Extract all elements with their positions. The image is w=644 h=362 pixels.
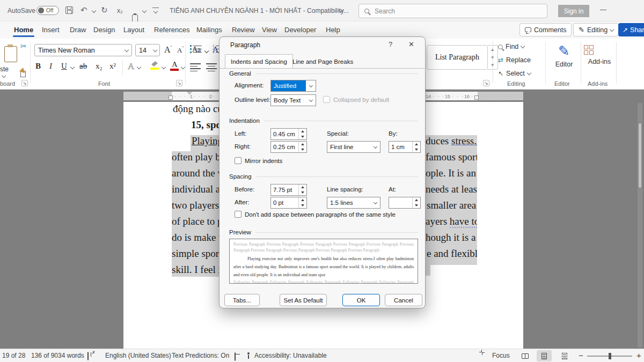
spin-down-icon[interactable] [299,190,306,195]
tab-view[interactable]: View [261,21,278,38]
web-layout-button[interactable] [557,350,572,361]
at-spinner[interactable] [389,197,421,209]
spin-down-icon[interactable] [299,134,306,139]
right-indent-marker[interactable] [474,95,479,100]
spin-up-icon[interactable] [299,184,306,190]
more-commands-icon[interactable] [152,8,159,8]
style-gallery-item[interactable]: List Paragraph [427,45,488,70]
spin-up-icon[interactable] [299,129,306,134]
tab-home[interactable]: Home [13,21,34,38]
paste-qat-icon[interactable] [132,14,138,22]
focus-label[interactable]: Focus [492,352,510,359]
tab-indents-and-spacing[interactable]: Indents and Spacing [225,54,293,68]
page-indicator[interactable]: 19 of 28 [2,352,25,359]
read-mode-button[interactable] [517,350,532,361]
grow-font-button[interactable]: Aˆ [164,45,172,55]
spin-up-icon[interactable] [413,142,420,147]
left-indent-marker[interactable] [169,95,173,100]
dont-add-space-checkbox[interactable] [235,211,241,218]
word-count[interactable]: 136 of 9034 words [31,352,84,359]
font-color-button[interactable]: A [172,60,178,69]
minimize-icon[interactable] [600,10,606,10]
autosave-toggle[interactable]: Off [36,6,59,15]
close-icon[interactable]: ✕ [408,40,414,48]
align-center-icon[interactable] [206,63,217,71]
tab-mailings[interactable]: Mailings [195,21,223,38]
font-name-combo[interactable]: Times New Roman [34,44,132,56]
indent-left-spinner[interactable]: 0.45 cm [270,128,307,140]
spin-up-icon[interactable] [299,197,306,203]
paste-chevron-icon[interactable] [2,73,6,78]
tab-insert[interactable]: Insert [41,21,61,38]
status-window-icon[interactable] [235,353,236,360]
tab-layout[interactable]: Layout [122,21,145,38]
text-predictions-indicator[interactable]: Text Predictions: On [172,352,229,359]
document-text-left[interactable]: động nào cù 15, spo Playing often play b… [172,102,219,349]
tab-references[interactable]: References [153,21,191,38]
tab-help[interactable]: Help [325,21,341,38]
collapsed-by-default-checkbox[interactable] [323,96,330,103]
editing-mode-button[interactable]: ✎ Editing [573,23,619,36]
accessibility-status[interactable]: Accessibility: Unavailable [254,352,327,359]
spacing-before-spinner[interactable]: 7.75 pt [270,184,307,196]
text-effects-button[interactable]: A [128,61,134,72]
alignment-dropdown[interactable]: Justified [270,80,316,92]
subscript-qat-button[interactable]: x₂ [117,7,123,14]
indent-right-spinner[interactable]: 0.25 cm [270,141,307,153]
sign-in-button[interactable]: Sign in [558,5,589,17]
save-icon[interactable] [65,6,73,14]
cancel-button[interactable]: Cancel [385,294,422,306]
zoom-out-button[interactable]: − [579,351,583,360]
special-dropdown[interactable]: First line [327,141,380,153]
print-layout-button[interactable] [537,350,552,361]
tab-draw[interactable]: Draw [69,21,87,38]
select-button[interactable]: ↖ Select [498,70,531,77]
tab-line-and-page-breaks[interactable]: Line and Page Breaks [287,55,358,68]
share-button[interactable]: ↗ Shar [618,23,644,36]
set-as-default-button[interactable]: Set As Default [280,294,327,306]
undo-icon[interactable]: ↶ [80,6,87,14]
paste-icon[interactable] [4,46,17,62]
superscript-button[interactable]: x² [109,62,116,71]
replace-button[interactable]: ⇄ Replace [498,56,531,64]
find-button[interactable]: Find [498,43,524,50]
document-text-right[interactable]: duces stress.I famous sport ople. It is … [426,102,477,349]
subscript-button[interactable]: x₂ [96,62,103,71]
comments-button[interactable]: Comments [519,23,572,36]
spin-up-icon[interactable] [413,197,420,203]
add-ins-button[interactable]: Add-ins [584,43,615,65]
shrink-font-button[interactable]: Aˇ [177,46,184,55]
cut-icon[interactable]: ✂ [20,42,27,50]
strikethrough-button[interactable]: ab [79,62,87,71]
clipboard-dialog-launcher-icon[interactable]: ↘ [21,80,28,86]
help-icon[interactable]: ? [389,40,392,48]
spin-down-icon[interactable] [299,203,306,208]
font-size-combo[interactable]: 14 [135,44,160,56]
spin-down-icon[interactable] [413,203,420,208]
editor-button[interactable]: ✎ Editor [548,43,580,68]
redo-icon[interactable]: ↻ [101,6,108,14]
paste-label[interactable]: ste [0,65,9,73]
language-indicator[interactable]: English (United States) [105,352,171,359]
spin-down-icon[interactable] [299,147,306,152]
bullets-icon[interactable] [190,45,202,53]
highlight-pen-icon[interactable] [151,61,158,67]
line-spacing-dropdown[interactable]: 1.5 lines [327,197,380,209]
by-spinner[interactable]: 1 cm [389,141,421,153]
bold-button[interactable]: B [35,62,41,71]
align-left-icon[interactable] [190,63,201,71]
tab-developer[interactable]: Developer [283,21,317,38]
underline-button[interactable]: U [61,62,67,71]
spacing-after-spinner[interactable]: 0 pt [270,197,307,209]
first-line-indent-marker[interactable] [187,92,192,95]
spin-down-icon[interactable] [413,147,420,152]
tabs-button[interactable]: Tabs... [224,294,260,306]
ok-button[interactable]: OK [342,294,380,306]
italic-button[interactable]: I [49,62,52,71]
outline-level-dropdown[interactable]: Body Text [270,94,316,106]
font-dialog-launcher-icon[interactable]: ↘ [176,80,182,86]
undo-chevron-icon[interactable] [92,9,96,13]
proofing-errors-icon[interactable]: ✗ [87,352,89,360]
scrollbar-thumb[interactable] [639,123,641,188]
tab-design[interactable]: Design [92,21,116,38]
